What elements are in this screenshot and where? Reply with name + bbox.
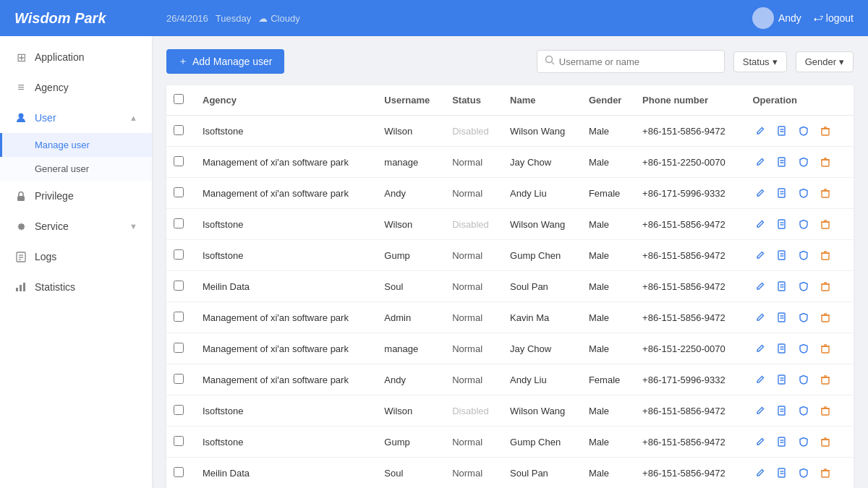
- delete-icon[interactable]: [817, 216, 833, 232]
- cell-agency: Management of xi'an software park: [195, 302, 377, 333]
- document-icon[interactable]: [774, 216, 790, 232]
- shield-icon[interactable]: [796, 403, 812, 419]
- cell-operations: [745, 240, 854, 271]
- shield-icon[interactable]: [796, 278, 812, 294]
- add-manage-user-button[interactable]: ＋ Add Manage user: [166, 49, 284, 74]
- document-icon[interactable]: [774, 309, 790, 325]
- table-row: Isoftstone Gump Normal Gump Chen Male +8…: [166, 427, 854, 458]
- sidebar-item-general-user[interactable]: General user: [0, 157, 152, 181]
- svg-rect-70: [822, 408, 829, 415]
- status-filter-button[interactable]: Status ▾: [733, 51, 787, 72]
- shield-icon[interactable]: [796, 465, 812, 481]
- logout-icon: ⮐: [813, 12, 823, 24]
- row-checkbox-cell: [166, 302, 195, 333]
- row-checkbox-4[interactable]: [174, 249, 184, 260]
- row-checkbox-5[interactable]: [174, 281, 184, 291]
- select-all-checkbox[interactable]: [174, 94, 184, 104]
- user-table-container: Agency Username Status Name Gender Phone…: [166, 85, 854, 488]
- chart-icon: [14, 281, 27, 294]
- row-checkbox-7[interactable]: [174, 343, 184, 353]
- sidebar-item-logs[interactable]: Logs: [0, 241, 152, 272]
- row-checkbox-6[interactable]: [174, 312, 184, 322]
- document-icon[interactable]: [774, 278, 790, 294]
- document-icon[interactable]: [774, 372, 790, 388]
- document-icon[interactable]: [774, 403, 790, 419]
- shield-icon[interactable]: [796, 123, 812, 139]
- row-checkbox-9[interactable]: [174, 405, 184, 415]
- delete-icon[interactable]: [817, 434, 833, 450]
- delete-icon[interactable]: [817, 278, 833, 294]
- document-icon[interactable]: [774, 154, 790, 170]
- shield-icon[interactable]: [796, 309, 812, 325]
- username-display: Andy: [778, 12, 801, 24]
- cell-gender: Male: [582, 116, 635, 147]
- sidebar-item-privilege[interactable]: Privilege: [0, 181, 152, 211]
- edit-icon[interactable]: [752, 372, 768, 388]
- sidebar-item-statistics[interactable]: Statistics: [0, 272, 152, 302]
- sidebar-item-service[interactable]: Service ▼: [0, 211, 152, 241]
- row-checkbox-8[interactable]: [174, 374, 184, 384]
- delete-icon[interactable]: [817, 247, 833, 263]
- svg-rect-31: [778, 220, 785, 228]
- svg-rect-37: [778, 251, 785, 260]
- sidebar-item-application[interactable]: ⊞ Application: [0, 42, 152, 72]
- edit-icon[interactable]: [752, 465, 768, 481]
- row-checkbox-1[interactable]: [174, 156, 184, 166]
- cell-operations: [745, 147, 854, 178]
- table-row: Isoftstone Wilson Disabled Wilson Wang M…: [166, 209, 854, 240]
- shield-icon[interactable]: [796, 341, 812, 356]
- gender-filter-label: Gender: [805, 56, 836, 67]
- edit-icon[interactable]: [752, 278, 768, 294]
- row-checkbox-2[interactable]: [174, 187, 184, 197]
- edit-icon[interactable]: [752, 341, 768, 356]
- delete-icon[interactable]: [817, 185, 833, 201]
- document-icon[interactable]: [774, 465, 790, 481]
- delete-icon[interactable]: [817, 154, 833, 170]
- delete-icon[interactable]: [817, 403, 833, 419]
- logout-button[interactable]: ⮐ logout: [813, 12, 854, 24]
- edit-icon[interactable]: [752, 185, 768, 201]
- delete-icon[interactable]: [817, 123, 833, 139]
- cell-gender: Male: [582, 147, 635, 178]
- svg-rect-3: [17, 196, 25, 201]
- edit-icon[interactable]: [752, 216, 768, 232]
- shield-icon[interactable]: [796, 185, 812, 201]
- row-checkbox-0[interactable]: [174, 125, 184, 135]
- search-input[interactable]: [559, 56, 717, 67]
- cell-status: Disabled: [445, 116, 503, 147]
- edit-icon[interactable]: [752, 123, 768, 139]
- edit-icon[interactable]: [752, 309, 768, 325]
- sidebar-item-user[interactable]: User ▲: [0, 103, 152, 133]
- document-icon[interactable]: [774, 341, 790, 356]
- document-icon[interactable]: [774, 185, 790, 201]
- sidebar-item-manage-user[interactable]: Manage user: [0, 133, 152, 157]
- edit-icon[interactable]: [752, 403, 768, 419]
- shield-icon[interactable]: [796, 247, 812, 263]
- delete-icon[interactable]: [817, 309, 833, 325]
- cell-agency: Management of xi'an software park: [195, 333, 377, 364]
- delete-icon[interactable]: [817, 465, 833, 481]
- edit-icon[interactable]: [752, 154, 768, 170]
- svg-rect-16: [822, 129, 829, 135]
- shield-icon[interactable]: [796, 216, 812, 232]
- document-icon[interactable]: [774, 434, 790, 450]
- row-checkbox-11[interactable]: [174, 467, 184, 477]
- delete-icon[interactable]: [817, 341, 833, 356]
- shield-icon[interactable]: [796, 372, 812, 388]
- edit-icon[interactable]: [752, 247, 768, 263]
- delete-icon[interactable]: [817, 372, 833, 388]
- row-checkbox-10[interactable]: [174, 436, 184, 446]
- search-box: [537, 50, 725, 73]
- edit-icon[interactable]: [752, 434, 768, 450]
- shield-icon[interactable]: [796, 434, 812, 450]
- table-row: Meilin Data Soul Normal Soul Pan Male +8…: [166, 458, 854, 489]
- date-label: 26/4/2016: [166, 13, 208, 24]
- shield-icon[interactable]: [796, 154, 812, 170]
- sidebar-item-agency[interactable]: ≡ Agency: [0, 72, 152, 103]
- row-checkbox-3[interactable]: [174, 218, 184, 228]
- cell-name: Gump Chen: [503, 427, 582, 458]
- cell-phone: +86-151-2250-0070: [635, 147, 745, 178]
- gender-filter-button[interactable]: Gender ▾: [796, 51, 854, 72]
- document-icon[interactable]: [774, 123, 790, 139]
- document-icon[interactable]: [774, 247, 790, 263]
